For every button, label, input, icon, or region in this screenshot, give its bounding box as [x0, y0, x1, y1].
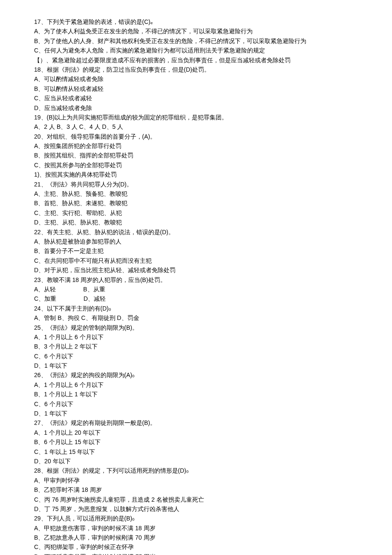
text-line: C、丙 76 周岁时实施拐卖儿童犯罪，且造成 2 名被拐卖儿童死亡	[34, 495, 358, 504]
text-line: B、可以酌情从轻或者减轻	[34, 84, 358, 93]
text-line: C、主犯、实行犯、帮助犯、从犯	[34, 208, 358, 218]
text-line: D、对于从犯，应当比照主犯从轻、减轻或者免除处罚	[34, 265, 358, 275]
text-line: 17、下列关于紧急避险的表述，错误的是(C)ₑ	[34, 17, 358, 26]
text-line: 【）、紧急避险超过必要限度造成不应有的损害的，应当负刑事责任，但是应当减轻或者免…	[34, 55, 358, 65]
q23-option-d: D、减轻	[84, 294, 106, 303]
text-line: A、按照集团所犯的全部罪行处罚	[34, 141, 358, 151]
text-line: 28、根据《刑法》的规定，下列可以适用死刑的情形是(D)₀	[34, 466, 358, 475]
text-line: D、应当减轻或者免除	[34, 103, 358, 113]
text-line: A、1 个月以上 20 年以下	[34, 428, 358, 437]
text-line: A、胁从犯是被胁迫参加犯罪的人	[34, 237, 358, 246]
text-line: 24、以下不属于主刑的有(D)₀	[34, 304, 358, 313]
text-line: 27、《刑法》规定的有期徒刑期限一般是(B)。	[34, 418, 358, 427]
text-line: C、应当从轻或者减轻	[34, 93, 358, 103]
text-line: A、甲犯故意伤害罪，审判的时候不满 18 周岁	[34, 523, 358, 533]
text-line: 20、对组织、领导犯罪集团的首要分子，(A)。	[34, 132, 358, 141]
text-line: 23、教唆不满 18 周岁的人犯罪的，应当(B)处罚。	[34, 275, 358, 285]
text-line: B、为了使他人的人身、财产和其他权利免受正在发生的危险，不得已的情况下，可以采取…	[34, 36, 358, 46]
text-line: B、1 个月以上 1 年以下	[34, 389, 358, 399]
text-line: D、丁犯贩卖毒品罪，审判的时候已满 75 周岁	[34, 552, 358, 555]
text-line: D、1 年以下	[34, 361, 358, 370]
text-line: B、乙犯罪时不满 18 周岁	[34, 485, 358, 494]
text-line: 19、(B)以上为共同实施犯罪而组成的较为固定的犯罪组织，是犯罪集团。	[34, 113, 358, 122]
text-block-1: 17、下列关于紧急避险的表述，错误的是(C)ₑA、为了使本人利益免受正在发生的危…	[34, 17, 358, 285]
text-line: D、1 年以下	[34, 409, 358, 418]
q23-option-c: C、加重	[34, 294, 56, 303]
document-body: 17、下列关于紧急避险的表述，错误的是(C)ₑA、为了使本人利益免受正在发生的危…	[34, 17, 358, 555]
text-line: A、1 个月以上 6 个月以下	[34, 380, 358, 389]
text-line: 18、根据《刑法》的规定，防卫过当应负刑事责任，但是(D)处罚。	[34, 65, 358, 74]
text-line: C、6 个月以下	[34, 352, 358, 361]
text-line: 1)、按照其实施的具体犯罪处罚	[34, 170, 358, 179]
text-line: 26、《刑法》规定的拘役的期限为(A)₀	[34, 370, 358, 380]
text-line: A、甲审判时怀孕	[34, 476, 358, 485]
text-line: A、2 人 B、3 人 C、4 人 D、5 人	[34, 122, 358, 131]
text-line: 29、下列人员，可以适用死刑的是(B)₀	[34, 514, 358, 523]
text-line: A、1 个月以上 6 个月以下	[34, 332, 358, 342]
text-line: B、6 个月以上 15 年以下	[34, 437, 358, 447]
text-line: C、按照其所参与的全部犯罪处罚	[34, 160, 358, 170]
text-line: B、乙犯故意杀人罪，审判的时候刚满 70 周岁	[34, 533, 358, 542]
text-line: D、20 年以下	[34, 456, 358, 466]
q23-option-b: B、从重	[83, 285, 105, 294]
text-line: A、主犯、胁从犯、预备犯、教唆犯	[34, 189, 358, 198]
text-line: C、丙犯绑架罪，审判的时候正在怀孕	[34, 542, 358, 552]
text-line: A、为了使本人利益免受正在发生的危险，不得已的情况下，可以采取紧急避险行为	[34, 26, 358, 36]
text-block-2: 24、以下不属于主刑的有(D)₀A、管制 B、拘役 C、有期徒刑 D、罚金25、…	[34, 304, 358, 555]
text-line: B、首要分子不一定是主犯	[34, 246, 358, 256]
text-line: 22、有关主犯、从犯、胁从犯的说法，错误的是(D)。	[34, 227, 358, 237]
text-line: C、1 年以上 15 年以下	[34, 447, 358, 456]
text-line: B、按照其组织、指挥的全部犯罪处罚	[34, 151, 358, 160]
q23-options-row1: A、从轻 B、从重	[34, 285, 358, 294]
text-line: B、3 个月以上 2 年以下	[34, 342, 358, 351]
text-line: A、管制 B、拘役 C、有期徒刑 D、罚金	[34, 313, 358, 323]
text-line: 21、《刑法》将共同犯罪人分为(D)。	[34, 180, 358, 189]
text-line: D、丁 75 周岁，为恶意报复，以肢解方式行凶杀害他人	[34, 504, 358, 514]
text-line: 25、《刑法》规定的管制的期限为(B)。	[34, 323, 358, 332]
text-line: D、主犯、从犯、胁从犯、教唆犯	[34, 218, 358, 227]
text-line: A、可以酌情减轻或者免除	[34, 74, 358, 84]
text-line: C、任何人为避免本人危险，而实施的紧急避险行为都可以适用刑法关于紧急避险的规定	[34, 46, 358, 55]
text-line: C、在共同犯罪中不可能只有从犯而没有主犯	[34, 256, 358, 265]
text-line: C、6 个月以下	[34, 399, 358, 409]
text-line: B、首犯、胁从犯、未遂犯、教唆犯	[34, 198, 358, 208]
q23-options-row2: C、加重 D、减轻	[34, 294, 358, 303]
q23-option-a: A、从轻	[34, 285, 56, 294]
